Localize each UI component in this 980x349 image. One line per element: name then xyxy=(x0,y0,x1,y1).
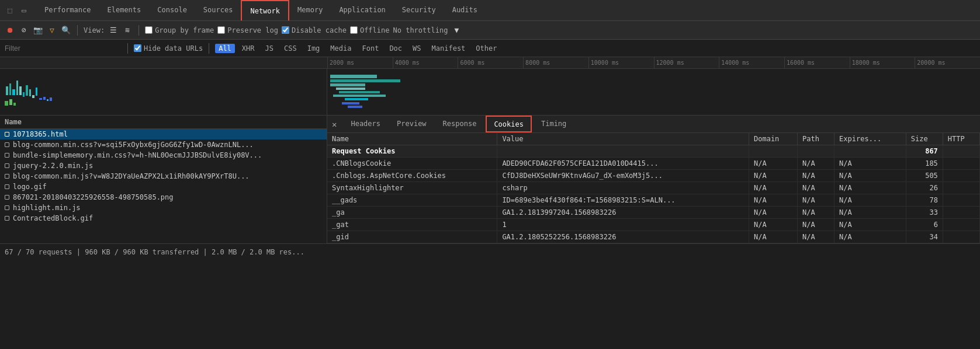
file-row[interactable]: highlight.min.js xyxy=(0,203,327,213)
svg-rect-13 xyxy=(50,97,52,101)
nav-tab-performance[interactable]: Performance xyxy=(36,0,99,20)
cookies-table-wrap[interactable]: NameValueDomainPathExpires...SizeHTTP Re… xyxy=(327,133,980,243)
group-by-frame-label[interactable]: Group by frame xyxy=(155,26,214,34)
file-row[interactable]: jquery-2.2.0.min.js xyxy=(0,160,327,171)
throttle-dropdown-icon[interactable]: ▼ xyxy=(451,25,462,36)
file-row[interactable]: 867021-20180403225926558-498750585.png xyxy=(0,192,327,203)
filter-tag-img[interactable]: Img xyxy=(304,44,324,53)
cookie-row[interactable]: _gaGA1.2.1813997204.1568983226N/AN/AN/A3… xyxy=(327,207,980,219)
svg-rect-5 xyxy=(23,92,25,97)
cookies-section-row: Request Cookies867 xyxy=(327,145,980,158)
hide-data-urls-checkbox[interactable] xyxy=(134,44,141,52)
cookie-row[interactable]: SyntaxHighlightercsharpN/AN/AN/A26 xyxy=(327,182,980,194)
file-name: logo.gif xyxy=(13,183,47,191)
offline-checkbox[interactable] xyxy=(350,26,358,34)
cookies-table: NameValueDomainPathExpires...SizeHTTP Re… xyxy=(327,133,980,243)
file-name: blog-common.min.css?v=sqi5FxOybx6gjGoG6Z… xyxy=(13,141,254,149)
svg-rect-10 xyxy=(39,98,42,100)
timeline-ruler: 2000 ms4000 ms6000 ms8000 ms10000 ms1200… xyxy=(0,57,980,69)
cookie-row[interactable]: _gidGA1.2.1805252256.1568983226N/AN/AN/A… xyxy=(327,231,980,243)
file-row[interactable]: bundle-simplememory.min.css?v=h-hNL0Oecm… xyxy=(0,150,327,160)
files-panel[interactable]: Name 10718365.htmlblog-common.min.css?v=… xyxy=(0,116,327,243)
details-panel: ✕ HeadersPreviewResponseCookiesTiming Na… xyxy=(327,116,980,243)
preserve-log-checkbox[interactable] xyxy=(217,26,225,34)
file-row[interactable]: logo.gif xyxy=(0,182,327,192)
disable-cache-label[interactable]: Disable cache xyxy=(292,26,347,34)
filter-tag-font[interactable]: Font xyxy=(358,44,382,53)
file-row[interactable]: blog-common.min.css?v=sqi5FxOybx6gjGoG6Z… xyxy=(0,139,327,150)
cookie-cell-2: N/A xyxy=(749,170,797,182)
detail-tab-timing[interactable]: Timing xyxy=(534,116,573,132)
svg-rect-22 xyxy=(333,95,386,97)
file-row-indicator xyxy=(5,174,9,179)
detail-tab-preview[interactable]: Preview xyxy=(390,116,434,132)
filter-tag-xhr[interactable]: XHR xyxy=(238,44,258,53)
file-row-indicator xyxy=(5,184,9,189)
hide-data-urls-label[interactable]: Hide data URLs xyxy=(144,44,203,53)
svg-rect-1 xyxy=(9,83,11,95)
detail-tab-response[interactable]: Response xyxy=(436,116,484,132)
toolbar: ⏺ ⊘ 📷 ▽ 🔍 View: ☰ ≋ Group by frame Prese… xyxy=(0,21,980,40)
files-list: 10718365.htmlblog-common.min.css?v=sqi5F… xyxy=(0,129,327,224)
filter-icon[interactable]: ▽ xyxy=(47,25,57,36)
file-row-indicator xyxy=(5,153,9,158)
filter-input[interactable] xyxy=(5,44,122,53)
svg-rect-15 xyxy=(9,99,12,105)
cookie-cell-5: 33 xyxy=(906,207,943,219)
cookie-cell-6 xyxy=(943,194,979,207)
cookie-cell-6 xyxy=(943,207,979,219)
filter-tag-other[interactable]: Other xyxy=(472,44,500,53)
nav-tab-audits[interactable]: Audits xyxy=(444,0,486,20)
file-row[interactable]: 10718365.html xyxy=(0,129,327,139)
nav-tab-elements[interactable]: Elements xyxy=(99,0,149,20)
cookie-cell-4: N/A xyxy=(834,231,906,243)
filter-tag-css[interactable]: CSS xyxy=(281,44,300,53)
inspect-icon[interactable]: ⬚ xyxy=(5,5,15,16)
filter-tag-doc[interactable]: Doc xyxy=(386,44,406,53)
svg-rect-25 xyxy=(348,106,362,108)
section-cell-0: Request Cookies xyxy=(327,145,497,158)
offline-group: Offline xyxy=(350,26,390,34)
cookie-cell-5: 6 xyxy=(906,219,943,231)
filter-tag-ws[interactable]: WS xyxy=(409,44,424,53)
cookies-table-body: Request Cookies867.CNBlogsCookieADED90CF… xyxy=(327,145,980,243)
detail-tab-headers[interactable]: Headers xyxy=(344,116,387,132)
clear-icon[interactable]: ⊘ xyxy=(19,25,29,36)
device-icon[interactable]: ▭ xyxy=(19,5,29,16)
offline-label[interactable]: Offline xyxy=(360,26,390,34)
filter-tag-manifest[interactable]: Manifest xyxy=(428,44,469,53)
view-list-icon[interactable]: ☰ xyxy=(108,25,119,36)
nav-tab-sources[interactable]: Sources xyxy=(195,0,241,20)
camera-icon[interactable]: 📷 xyxy=(33,25,43,36)
view-waterfall-icon[interactable]: ≋ xyxy=(122,25,133,36)
file-row[interactable]: ContractedBlock.gif xyxy=(0,213,327,224)
nav-tab-security[interactable]: Security xyxy=(394,0,444,20)
panel-body: Name 10718365.htmlblog-common.min.css?v=… xyxy=(0,116,980,243)
nav-tab-memory[interactable]: Memory xyxy=(289,0,331,20)
filter-tag-media[interactable]: Media xyxy=(327,44,355,53)
filter-tag-js[interactable]: JS xyxy=(262,44,277,53)
group-by-frame-checkbox[interactable] xyxy=(145,26,153,34)
disable-cache-checkbox[interactable] xyxy=(282,26,289,34)
preserve-log-label[interactable]: Preserve log xyxy=(227,26,278,34)
file-row[interactable]: blog-common.min.js?v=W8J2DYaUeAZPX2Lx1iR… xyxy=(0,171,327,182)
record-icon[interactable]: ⏺ xyxy=(5,25,15,36)
svg-rect-2 xyxy=(12,89,15,95)
cookies-col-value: Value xyxy=(497,133,749,145)
cookie-cell-5: 78 xyxy=(906,194,943,207)
filter-tag-all[interactable]: All xyxy=(215,44,235,53)
cookie-row[interactable]: _gat1N/AN/AN/A6 xyxy=(327,219,980,231)
nav-tab-network[interactable]: Network xyxy=(241,0,289,20)
detail-tab-cookies[interactable]: Cookies xyxy=(486,116,532,132)
cookie-row[interactable]: .Cnblogs.AspNetCore.CookiesCfDJ8DeHXSeUW… xyxy=(327,170,980,182)
search-icon[interactable]: 🔍 xyxy=(61,25,71,36)
waterfall-left xyxy=(0,69,327,115)
cookie-cell-6 xyxy=(943,219,979,231)
file-name: jquery-2.2.0.min.js xyxy=(13,162,93,170)
cookie-row[interactable]: .CNBlogsCookieADED90CFDA62F0575CFEA121DA… xyxy=(327,158,980,170)
close-button[interactable]: ✕ xyxy=(332,120,337,129)
nav-tab-application[interactable]: Application xyxy=(331,0,393,20)
cookie-row[interactable]: __gadsID=689e3be4f430f864:T=1568983215:S… xyxy=(327,194,980,207)
nav-tab-console[interactable]: Console xyxy=(149,0,195,20)
file-name: 867021-20180403225926558-498750585.png xyxy=(13,193,174,201)
